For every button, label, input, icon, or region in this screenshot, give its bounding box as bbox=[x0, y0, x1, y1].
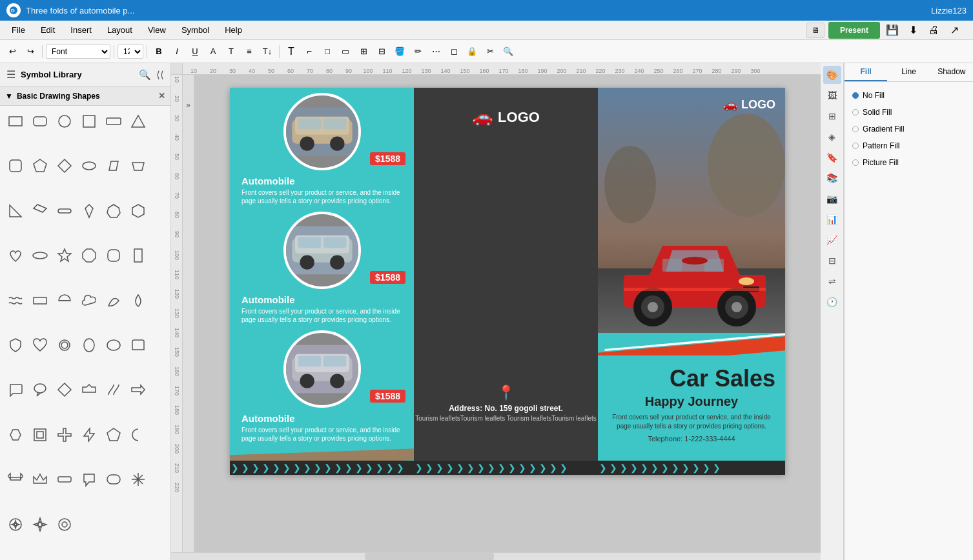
shape-star[interactable] bbox=[53, 244, 76, 267]
gradient-fill-option[interactable]: Gradient Fill bbox=[845, 121, 973, 137]
shape-pentagon[interactable] bbox=[28, 154, 52, 177]
shape-rounded-rect[interactable] bbox=[28, 110, 52, 133]
text-box-button[interactable]: T bbox=[283, 43, 300, 60]
shape-diamond2[interactable] bbox=[77, 199, 101, 223]
shape-square[interactable] bbox=[77, 110, 101, 133]
shape-squircle[interactable] bbox=[102, 244, 125, 267]
download-icon[interactable]: ⬇ bbox=[905, 22, 921, 39]
shape-shield[interactable] bbox=[4, 334, 27, 357]
shape-wide-oval[interactable] bbox=[28, 244, 52, 267]
photo-panel-icon[interactable]: 📷 bbox=[823, 190, 841, 208]
menu-help[interactable]: Help bbox=[218, 23, 249, 37]
save-icon[interactable]: 💾 bbox=[884, 22, 901, 39]
collapse-panel-button[interactable]: ⟨⟨ bbox=[156, 69, 164, 81]
picture-fill-option[interactable]: Picture Fill bbox=[845, 154, 973, 171]
shape-s-curve[interactable] bbox=[102, 378, 125, 401]
underline-button[interactable]: U bbox=[187, 43, 203, 60]
shape-small-rect2[interactable] bbox=[53, 468, 76, 491]
pattern-fill-radio[interactable] bbox=[852, 143, 859, 149]
grid-panel-icon[interactable]: ⊞ bbox=[823, 107, 841, 125]
menu-symbol[interactable]: Symbol bbox=[175, 23, 216, 37]
shape-wide-rect[interactable] bbox=[102, 110, 125, 133]
undo-button[interactable]: ↩ bbox=[4, 43, 21, 60]
shape-plus[interactable] bbox=[53, 423, 76, 446]
shape-diamond3[interactable] bbox=[53, 378, 76, 401]
shape-speech-bubble[interactable] bbox=[4, 378, 27, 401]
shape-octagon[interactable] bbox=[77, 244, 101, 267]
shape-hexagon2[interactable] bbox=[4, 423, 27, 446]
shape-diamond[interactable] bbox=[53, 154, 76, 177]
shape-ribbon[interactable] bbox=[77, 378, 101, 401]
more-shapes-button[interactable]: ⊟ bbox=[373, 43, 390, 60]
rounded-rect-button[interactable]: ▭ bbox=[337, 43, 354, 60]
shape-heart2[interactable] bbox=[28, 334, 52, 357]
bold-button[interactable]: B bbox=[150, 43, 167, 60]
connector-button[interactable]: ⌐ bbox=[301, 43, 318, 60]
shape-compass[interactable] bbox=[4, 513, 27, 536]
shape-rounded-square[interactable] bbox=[4, 154, 27, 177]
slideshow-icon[interactable]: 🖥 bbox=[806, 23, 824, 38]
shape-hexagon[interactable] bbox=[127, 199, 150, 223]
menu-layout[interactable]: Layout bbox=[101, 23, 139, 37]
font-color-button[interactable]: A bbox=[205, 43, 221, 60]
align-button[interactable]: ≡ bbox=[241, 43, 258, 60]
shape-pentagon2[interactable] bbox=[102, 423, 125, 446]
shape-rectangle[interactable] bbox=[4, 110, 27, 133]
tab-shadow[interactable]: Shadow bbox=[930, 63, 973, 81]
shape-heptagon[interactable] bbox=[102, 199, 125, 223]
shape-cloud[interactable] bbox=[77, 289, 101, 312]
present-button[interactable]: Present bbox=[828, 22, 880, 39]
solid-fill-radio[interactable] bbox=[852, 109, 859, 115]
shape-gear[interactable] bbox=[28, 513, 52, 536]
lock-button[interactable]: 🔒 bbox=[464, 43, 480, 60]
canvas-scroll[interactable]: $1588 Automobile Front covers sell your … bbox=[194, 75, 821, 552]
no-fill-option[interactable]: No Fill bbox=[845, 87, 973, 104]
image-panel-icon[interactable]: 🖼 bbox=[823, 86, 841, 105]
layers-panel-icon[interactable]: ◈ bbox=[823, 128, 841, 146]
shape-arrow-right[interactable] bbox=[127, 378, 150, 401]
shape-oval2[interactable] bbox=[77, 334, 101, 357]
shape-oval[interactable] bbox=[77, 154, 101, 177]
redo-button[interactable]: ↪ bbox=[22, 43, 39, 60]
no-fill-radio[interactable] bbox=[852, 92, 859, 99]
shape-right-triangle[interactable] bbox=[4, 199, 27, 223]
shape-ring[interactable] bbox=[53, 513, 76, 536]
shape-diagonal[interactable] bbox=[28, 199, 52, 223]
font-family-select[interactable]: Font bbox=[46, 45, 110, 59]
shape-tab[interactable] bbox=[127, 334, 150, 357]
tools-button[interactable]: ✂ bbox=[482, 43, 498, 60]
shape-comment[interactable] bbox=[77, 468, 101, 491]
menu-insert[interactable]: Insert bbox=[64, 23, 98, 37]
bookmark-panel-icon[interactable]: 🔖 bbox=[823, 148, 841, 166]
shape-double-arrow[interactable] bbox=[4, 468, 27, 491]
shape-small-rect[interactable] bbox=[28, 289, 52, 312]
tab-fill[interactable]: Fill bbox=[845, 63, 887, 81]
chart-panel-icon[interactable]: 📈 bbox=[823, 231, 841, 249]
text-direction-button[interactable]: T↓ bbox=[259, 43, 276, 60]
shape-snowflake[interactable] bbox=[127, 468, 150, 491]
shape-leaf[interactable] bbox=[102, 289, 125, 312]
italic-button[interactable]: I bbox=[169, 43, 185, 60]
search-button[interactable]: 🔍 bbox=[500, 43, 517, 60]
close-section-button[interactable]: ✕ bbox=[158, 91, 165, 101]
fill-panel-icon[interactable]: 🎨 bbox=[823, 66, 841, 84]
shape-heart[interactable] bbox=[4, 244, 27, 267]
shape-triangle[interactable] bbox=[127, 110, 150, 133]
shape-trapezoid[interactable] bbox=[127, 154, 150, 177]
horizontal-scrollbar[interactable] bbox=[171, 552, 821, 560]
shape-circle[interactable] bbox=[53, 110, 76, 133]
picture-fill-radio[interactable] bbox=[852, 159, 859, 166]
shape-lightning[interactable] bbox=[77, 423, 101, 446]
transform-panel-icon[interactable]: ⇌ bbox=[823, 272, 841, 290]
share-icon[interactable]: ↗ bbox=[946, 22, 963, 39]
pattern-fill-option[interactable]: Pattern Fill bbox=[845, 137, 973, 154]
solid-fill-option[interactable]: Solid Fill bbox=[845, 104, 973, 121]
shadow-button[interactable]: ◻ bbox=[446, 43, 462, 60]
menu-file[interactable]: File bbox=[5, 23, 32, 37]
shape-crescent[interactable] bbox=[127, 423, 150, 446]
line-color-button[interactable]: ✏ bbox=[409, 43, 426, 60]
shape-drop[interactable] bbox=[127, 289, 150, 312]
shape-capsule[interactable] bbox=[53, 199, 76, 223]
line-style-button[interactable]: ⋯ bbox=[427, 43, 444, 60]
stack-panel-icon[interactable]: 📚 bbox=[823, 169, 841, 187]
